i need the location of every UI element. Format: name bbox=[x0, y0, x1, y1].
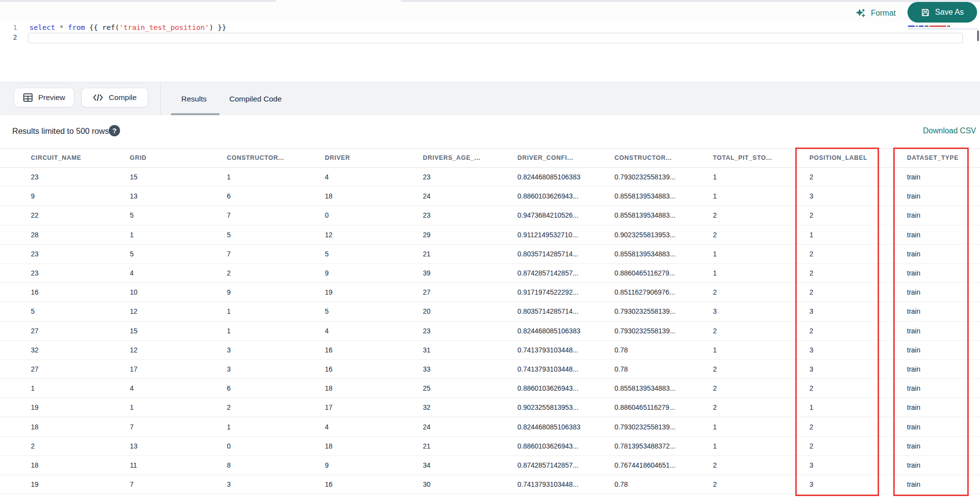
table-cell: 6 bbox=[220, 384, 318, 392]
code-token: * bbox=[59, 24, 64, 31]
tab-compiled-code[interactable]: Compiled Code bbox=[229, 82, 282, 116]
table-cell: 0.9023255813953... bbox=[608, 231, 707, 239]
table-cell: 33 bbox=[416, 365, 511, 373]
table-cell: 1 bbox=[707, 269, 803, 277]
table-row: 2717316330.7413793103448...0.7823train bbox=[0, 360, 980, 379]
table-cell: 2 bbox=[803, 173, 901, 181]
table-cell: 4 bbox=[318, 327, 416, 335]
table-cell: 16 bbox=[318, 480, 416, 488]
table-cell: 3 bbox=[220, 480, 318, 488]
column-header: POSITION_LABEL bbox=[803, 154, 901, 161]
table-cell: 16 bbox=[318, 346, 416, 354]
line-number-gutter: 1 2 bbox=[0, 23, 20, 42]
table-cell: 5 bbox=[318, 307, 416, 315]
table-cell: train bbox=[901, 423, 980, 431]
table-cell: 1 bbox=[24, 384, 123, 392]
active-line-highlight[interactable] bbox=[28, 33, 963, 43]
table-row: 271514230.8244680851063830.7930232558139… bbox=[0, 322, 980, 341]
format-label: Format bbox=[871, 9, 896, 18]
compile-button[interactable]: Compile bbox=[81, 88, 148, 107]
table-cell: 9 bbox=[24, 192, 123, 200]
table-cell: 0.9023255813953... bbox=[511, 403, 608, 411]
save-icon bbox=[921, 8, 930, 17]
table-cell: 2 bbox=[707, 403, 803, 411]
table-cell: 17 bbox=[318, 403, 416, 411]
sql-editor[interactable]: 1 2 select * from {{ ref('train_test_pos… bbox=[0, 23, 980, 82]
table-cell: 2 bbox=[707, 480, 803, 488]
table-cell: train bbox=[901, 211, 980, 219]
table-cell: 2 bbox=[707, 327, 803, 335]
code-token: }} bbox=[213, 24, 226, 31]
results-info-bar: Results limited to 500 rows. ? Download … bbox=[0, 115, 980, 148]
code-token: 'train_test_position' bbox=[119, 24, 209, 31]
table-cell: 2 bbox=[803, 423, 901, 431]
editor-scrollbar-thumb[interactable] bbox=[977, 30, 979, 41]
table-cell: 15 bbox=[123, 173, 220, 181]
table-cell: 2 bbox=[24, 442, 123, 450]
table-row: 22570230.9473684210526...0.8558139534883… bbox=[0, 206, 980, 225]
table-cell: 23 bbox=[416, 327, 511, 335]
table-cell: 0.7813953488372... bbox=[608, 442, 707, 450]
table-cell: train bbox=[901, 288, 980, 296]
results-table: CIRCUIT_NAMEGRIDCONSTRUCTOR...DRIVERDRIV… bbox=[0, 148, 980, 500]
table-cell: 2 bbox=[707, 384, 803, 392]
save-as-button[interactable]: Save As bbox=[907, 2, 977, 23]
table-cell: 0.9171974522292... bbox=[511, 288, 608, 296]
table-cell: 1 bbox=[123, 403, 220, 411]
download-csv-link[interactable]: Download CSV bbox=[923, 126, 977, 135]
table-cell: 2 bbox=[803, 269, 901, 277]
table-cell: 24 bbox=[416, 423, 511, 431]
table-cell: 3 bbox=[803, 480, 901, 488]
table-cell: 31 bbox=[416, 346, 511, 354]
table-cell: 19 bbox=[24, 480, 123, 488]
table-cell: 1 bbox=[220, 173, 318, 181]
table-cell: 1 bbox=[707, 346, 803, 354]
table-row: 197316300.7413793103448...0.7823train bbox=[0, 475, 980, 494]
table-row: 3212316310.7413793103448...0.7813train bbox=[0, 341, 980, 360]
help-icon[interactable]: ? bbox=[109, 125, 120, 136]
table-cell: 12 bbox=[123, 307, 220, 315]
code-token: ref( bbox=[102, 24, 119, 31]
editor-minimap[interactable] bbox=[908, 25, 963, 27]
column-header: DRIVER_CONFI... bbox=[511, 154, 608, 161]
column-header: DATASET_TYPE bbox=[901, 154, 980, 161]
table-row: 18714240.8244680851063830.7930232558139.… bbox=[0, 417, 980, 436]
format-button[interactable]: Format bbox=[856, 6, 896, 21]
preview-button[interactable]: Preview bbox=[14, 88, 74, 107]
table-cell: 28 bbox=[24, 231, 123, 239]
table-cell: 8 bbox=[220, 461, 318, 469]
table-cell: 2 bbox=[707, 461, 803, 469]
table-row: 213018210.8860103626943...0.781395348837… bbox=[0, 437, 980, 456]
table-cell: 3 bbox=[220, 365, 318, 373]
tab-results[interactable]: Results bbox=[181, 82, 207, 116]
table-cell: train bbox=[901, 327, 980, 335]
table-cell: 1 bbox=[707, 423, 803, 431]
table-cell: train bbox=[901, 461, 980, 469]
table-cell: 23 bbox=[24, 173, 123, 181]
code-token: select bbox=[29, 24, 55, 31]
column-header: GRID bbox=[123, 154, 220, 161]
table-cell: 4 bbox=[123, 384, 220, 392]
table-cell: 3 bbox=[803, 365, 901, 373]
table-cell: 11 bbox=[123, 461, 220, 469]
preview-label: Preview bbox=[38, 93, 65, 102]
table-cell: 27 bbox=[24, 327, 123, 335]
code-token bbox=[64, 24, 68, 31]
table-cell: 3 bbox=[803, 346, 901, 354]
table-cell: 34 bbox=[416, 461, 511, 469]
table-cell: 0.8035714285714... bbox=[511, 250, 608, 258]
table-cell: 3 bbox=[803, 192, 901, 200]
table-row: 181189340.8742857142857...0.767441860465… bbox=[0, 456, 980, 475]
table-cell: 23 bbox=[416, 211, 511, 219]
table-cell: 2 bbox=[220, 269, 318, 277]
dbt-ide-query-panel: Format Save As 1 2 select * from {{ ref(… bbox=[0, 0, 980, 500]
table-row: 281512290.9112149532710...0.902325581395… bbox=[0, 225, 980, 245]
minimap-viewport bbox=[908, 28, 979, 29]
table-cell: 0.8558139534883... bbox=[608, 250, 707, 258]
table-row: 51215200.8035714285714...0.7930232558139… bbox=[0, 302, 980, 321]
table-cell: 2 bbox=[707, 288, 803, 296]
code-line[interactable]: select * from {{ ref('train_test_positio… bbox=[29, 23, 226, 32]
line-number: 1 bbox=[0, 23, 20, 32]
table-cell: 0.9473684210526... bbox=[511, 211, 608, 219]
table-cell: 21 bbox=[416, 442, 511, 450]
